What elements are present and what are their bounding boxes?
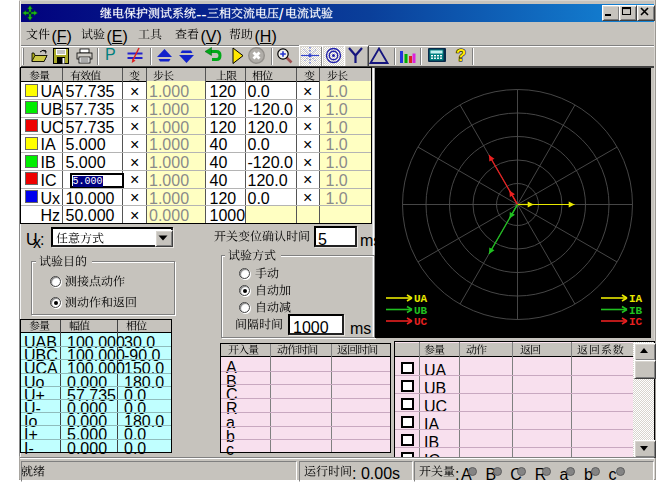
svg-text:IB: IB bbox=[629, 305, 643, 317]
svg-text:UB: UB bbox=[414, 305, 428, 317]
svg-text:UC: UC bbox=[414, 316, 428, 328]
svg-text:IC: IC bbox=[629, 316, 643, 328]
svg-text:UA: UA bbox=[414, 293, 428, 305]
svg-text:IA: IA bbox=[629, 293, 643, 305]
svg-text:?: ? bbox=[456, 46, 466, 65]
